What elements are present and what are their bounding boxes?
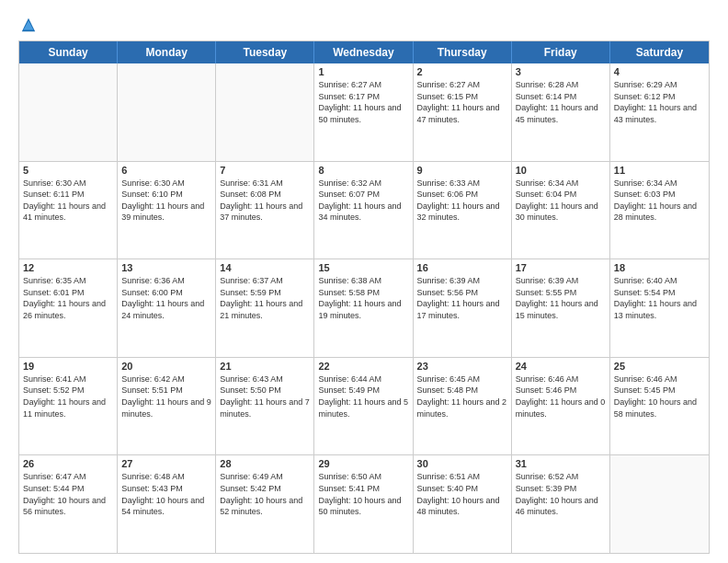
- day-cell-11: 11Sunrise: 6:34 AMSunset: 6:03 PMDayligh…: [610, 162, 709, 259]
- cell-info: Sunrise: 6:34 AMSunset: 6:04 PMDaylight:…: [516, 178, 606, 224]
- logo-icon: [20, 17, 37, 33]
- header: [18, 17, 710, 31]
- calendar-row-3: 12Sunrise: 6:35 AMSunset: 6:01 PMDayligh…: [19, 259, 709, 358]
- cell-info: Sunrise: 6:39 AMSunset: 5:56 PMDaylight:…: [417, 275, 507, 321]
- calendar-row-2: 5Sunrise: 6:30 AMSunset: 6:11 PMDaylight…: [19, 162, 709, 260]
- cell-info: Sunrise: 6:50 AMSunset: 5:41 PMDaylight:…: [318, 471, 408, 517]
- day-cell-27: 27Sunrise: 6:48 AMSunset: 5:43 PMDayligh…: [118, 455, 216, 553]
- cell-info: Sunrise: 6:46 AMSunset: 5:46 PMDaylight:…: [516, 373, 606, 419]
- day-number: 25: [614, 361, 705, 372]
- day-cell-2: 2Sunrise: 6:27 AMSunset: 6:15 PMDaylight…: [414, 63, 512, 161]
- day-cell-19: 19Sunrise: 6:41 AMSunset: 5:52 PMDayligh…: [19, 358, 118, 455]
- day-number: 18: [614, 262, 705, 273]
- cell-info: Sunrise: 6:27 AMSunset: 6:15 PMDaylight:…: [417, 79, 507, 125]
- day-number: 29: [318, 458, 408, 469]
- day-cell-18: 18Sunrise: 6:40 AMSunset: 5:54 PMDayligh…: [610, 259, 709, 357]
- cell-info: Sunrise: 6:41 AMSunset: 5:52 PMDaylight:…: [23, 373, 113, 419]
- header-day-monday: Monday: [118, 41, 216, 63]
- day-cell-5: 5Sunrise: 6:30 AMSunset: 6:11 PMDaylight…: [19, 162, 118, 259]
- cell-info: Sunrise: 6:33 AMSunset: 6:06 PMDaylight:…: [417, 178, 507, 224]
- day-number: 17: [516, 262, 606, 273]
- cell-info: Sunrise: 6:40 AMSunset: 5:54 PMDaylight:…: [614, 275, 705, 321]
- day-number: 6: [121, 165, 211, 176]
- day-cell-10: 10Sunrise: 6:34 AMSunset: 6:04 PMDayligh…: [512, 162, 610, 259]
- day-number: 4: [614, 66, 705, 77]
- day-number: 8: [318, 165, 408, 176]
- cell-info: Sunrise: 6:28 AMSunset: 6:14 PMDaylight:…: [516, 79, 606, 125]
- empty-cell: [19, 63, 118, 161]
- day-cell-7: 7Sunrise: 6:31 AMSunset: 6:08 PMDaylight…: [216, 162, 314, 259]
- day-number: 24: [516, 361, 606, 372]
- cell-info: Sunrise: 6:32 AMSunset: 6:07 PMDaylight:…: [318, 178, 408, 224]
- day-number: 10: [516, 165, 606, 176]
- cell-info: Sunrise: 6:45 AMSunset: 5:48 PMDaylight:…: [417, 373, 507, 419]
- day-cell-26: 26Sunrise: 6:47 AMSunset: 5:44 PMDayligh…: [19, 455, 118, 553]
- header-day-thursday: Thursday: [414, 41, 512, 63]
- empty-cell: [610, 455, 709, 553]
- header-day-sunday: Sunday: [19, 41, 118, 63]
- day-number: 19: [23, 361, 113, 372]
- calendar-row-1: 1Sunrise: 6:27 AMSunset: 6:17 PMDaylight…: [19, 63, 709, 162]
- day-number: 21: [220, 361, 310, 372]
- day-cell-30: 30Sunrise: 6:51 AMSunset: 5:40 PMDayligh…: [414, 455, 512, 553]
- cell-info: Sunrise: 6:43 AMSunset: 5:50 PMDaylight:…: [220, 373, 310, 419]
- cell-info: Sunrise: 6:31 AMSunset: 6:08 PMDaylight:…: [220, 178, 310, 224]
- day-cell-9: 9Sunrise: 6:33 AMSunset: 6:06 PMDaylight…: [414, 162, 512, 259]
- cell-info: Sunrise: 6:44 AMSunset: 5:49 PMDaylight:…: [318, 373, 408, 419]
- day-number: 16: [417, 262, 507, 273]
- cell-info: Sunrise: 6:34 AMSunset: 6:03 PMDaylight:…: [614, 178, 705, 224]
- cell-info: Sunrise: 6:48 AMSunset: 5:43 PMDaylight:…: [121, 471, 211, 517]
- day-number: 27: [121, 458, 211, 469]
- day-number: 20: [121, 361, 211, 372]
- header-day-wednesday: Wednesday: [314, 41, 413, 63]
- day-number: 2: [417, 66, 507, 77]
- cell-info: Sunrise: 6:52 AMSunset: 5:39 PMDaylight:…: [516, 471, 606, 517]
- cell-info: Sunrise: 6:39 AMSunset: 5:55 PMDaylight:…: [516, 275, 606, 321]
- cell-info: Sunrise: 6:51 AMSunset: 5:40 PMDaylight:…: [417, 471, 507, 517]
- day-number: 30: [417, 458, 507, 469]
- day-cell-6: 6Sunrise: 6:30 AMSunset: 6:10 PMDaylight…: [118, 162, 216, 259]
- logo: [18, 17, 37, 31]
- calendar-row-4: 19Sunrise: 6:41 AMSunset: 5:52 PMDayligh…: [19, 358, 709, 456]
- day-cell-12: 12Sunrise: 6:35 AMSunset: 6:01 PMDayligh…: [19, 259, 118, 357]
- day-number: 15: [318, 262, 408, 273]
- day-cell-23: 23Sunrise: 6:45 AMSunset: 5:48 PMDayligh…: [414, 358, 512, 455]
- cell-info: Sunrise: 6:38 AMSunset: 5:58 PMDaylight:…: [318, 275, 408, 321]
- header-day-tuesday: Tuesday: [216, 41, 314, 63]
- day-number: 31: [516, 458, 606, 469]
- day-number: 3: [516, 66, 606, 77]
- day-number: 5: [23, 165, 113, 176]
- day-number: 23: [417, 361, 507, 372]
- day-number: 11: [614, 165, 705, 176]
- cell-info: Sunrise: 6:46 AMSunset: 5:45 PMDaylight:…: [614, 373, 705, 419]
- day-number: 7: [220, 165, 310, 176]
- calendar-row-5: 26Sunrise: 6:47 AMSunset: 5:44 PMDayligh…: [19, 455, 709, 553]
- day-cell-3: 3Sunrise: 6:28 AMSunset: 6:14 PMDaylight…: [512, 63, 610, 161]
- empty-cell: [118, 63, 216, 161]
- header-day-saturday: Saturday: [610, 41, 709, 63]
- day-cell-20: 20Sunrise: 6:42 AMSunset: 5:51 PMDayligh…: [118, 358, 216, 455]
- calendar-body: 1Sunrise: 6:27 AMSunset: 6:17 PMDaylight…: [19, 63, 709, 553]
- cell-info: Sunrise: 6:36 AMSunset: 6:00 PMDaylight:…: [121, 275, 211, 321]
- day-number: 14: [220, 262, 310, 273]
- empty-cell: [216, 63, 314, 161]
- day-cell-1: 1Sunrise: 6:27 AMSunset: 6:17 PMDaylight…: [314, 63, 413, 161]
- day-cell-24: 24Sunrise: 6:46 AMSunset: 5:46 PMDayligh…: [512, 358, 610, 455]
- day-cell-21: 21Sunrise: 6:43 AMSunset: 5:50 PMDayligh…: [216, 358, 314, 455]
- cell-info: Sunrise: 6:30 AMSunset: 6:11 PMDaylight:…: [23, 178, 113, 224]
- day-number: 12: [23, 262, 113, 273]
- calendar: SundayMondayTuesdayWednesdayThursdayFrid…: [18, 40, 710, 554]
- calendar-header: SundayMondayTuesdayWednesdayThursdayFrid…: [19, 41, 709, 63]
- day-cell-14: 14Sunrise: 6:37 AMSunset: 5:59 PMDayligh…: [216, 259, 314, 357]
- cell-info: Sunrise: 6:47 AMSunset: 5:44 PMDaylight:…: [23, 471, 113, 517]
- day-cell-13: 13Sunrise: 6:36 AMSunset: 6:00 PMDayligh…: [118, 259, 216, 357]
- day-number: 22: [318, 361, 408, 372]
- day-number: 28: [220, 458, 310, 469]
- cell-info: Sunrise: 6:35 AMSunset: 6:01 PMDaylight:…: [23, 275, 113, 321]
- day-cell-31: 31Sunrise: 6:52 AMSunset: 5:39 PMDayligh…: [512, 455, 610, 553]
- day-number: 1: [318, 66, 408, 77]
- cell-info: Sunrise: 6:30 AMSunset: 6:10 PMDaylight:…: [121, 178, 211, 224]
- day-cell-22: 22Sunrise: 6:44 AMSunset: 5:49 PMDayligh…: [314, 358, 413, 455]
- day-cell-28: 28Sunrise: 6:49 AMSunset: 5:42 PMDayligh…: [216, 455, 314, 553]
- cell-info: Sunrise: 6:37 AMSunset: 5:59 PMDaylight:…: [220, 275, 310, 321]
